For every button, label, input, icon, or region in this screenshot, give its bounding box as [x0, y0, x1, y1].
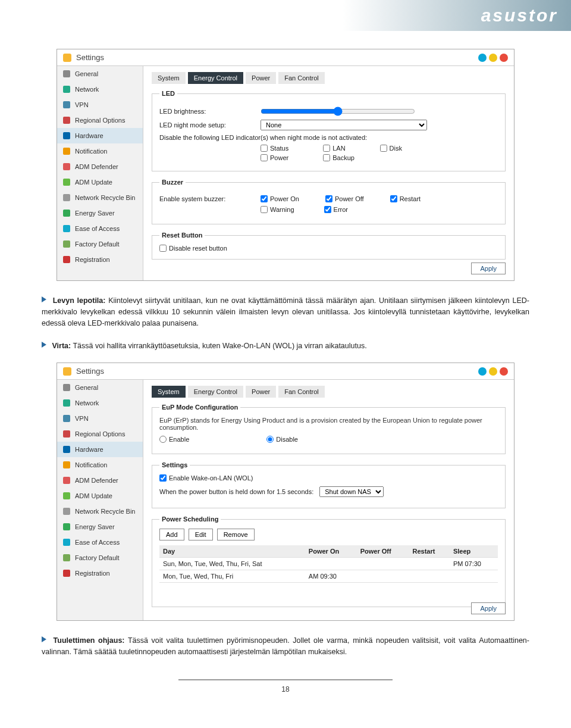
sidebar-item-notification[interactable]: Notification: [57, 143, 143, 159]
window-titlebar: Settings: [57, 49, 514, 66]
settings-icon: [63, 54, 71, 62]
bullet-arrow-icon: [42, 342, 46, 348]
radio-eup-enable[interactable]: Enable: [159, 436, 189, 443]
sidebar-item-hardware[interactable]: Hardware: [57, 442, 143, 457]
sidebar-item-update[interactable]: ADM Update: [57, 174, 143, 190]
window-title: Settings: [76, 53, 478, 62]
tab-power[interactable]: Power: [246, 72, 276, 84]
led-night-select[interactable]: None: [261, 120, 427, 130]
power-button-label: When the power button is held down for 1…: [159, 488, 313, 495]
sidebar-item-defender[interactable]: ADM Defender: [57, 473, 143, 488]
paragraph-levyn-lepotila: Levyn lepotila: Kiintolevyt siirtyvät un…: [42, 295, 529, 329]
sidebar: General Network VPN Regional Options Har…: [57, 380, 143, 620]
sidebar-item-regional[interactable]: Regional Options: [57, 426, 143, 442]
sidebar: General Network VPN Regional Options Har…: [57, 66, 143, 280]
tab-fan-control[interactable]: Fan Control: [278, 72, 324, 84]
fieldset-settings: Settings Enable Wake-on-LAN (WOL) When t…: [152, 461, 506, 508]
help-icon[interactable]: [478, 367, 487, 376]
footer-separator: [178, 679, 393, 680]
power-button-select[interactable]: Shut down NAS: [319, 486, 384, 497]
tab-system[interactable]: System: [152, 386, 186, 398]
chk-backup[interactable]: Backup: [323, 154, 354, 161]
content-energy: System Energy Control Power Fan Control …: [143, 66, 514, 280]
chk-poweron[interactable]: Power On: [261, 195, 299, 202]
apply-button[interactable]: Apply: [471, 263, 506, 274]
tab-power[interactable]: Power: [246, 386, 276, 398]
sidebar-item-update[interactable]: ADM Update: [57, 488, 143, 504]
sidebar-item-vpn[interactable]: VPN: [57, 411, 143, 426]
minimize-icon[interactable]: [489, 367, 497, 376]
fieldset-eup: EuP Mode Configuration EuP (ErP) stands …: [152, 404, 506, 454]
chk-poweroff[interactable]: Power Off: [325, 195, 364, 202]
sidebar-item-energy[interactable]: Energy Saver: [57, 519, 143, 535]
fieldset-reset: Reset Button Disable reset button: [152, 232, 506, 260]
sidebar-item-recycle[interactable]: Network Recycle Bin: [57, 504, 143, 519]
help-icon[interactable]: [478, 54, 487, 62]
led-disable-text: Disable the following LED indicator(s) w…: [159, 134, 367, 141]
sidebar-item-ease[interactable]: Ease of Access: [57, 221, 143, 236]
settings-icon: [63, 367, 71, 376]
settings-window-energy: Settings General Network VPN Regional Op…: [57, 49, 514, 281]
sidebar-item-general[interactable]: General: [57, 66, 143, 82]
window-titlebar: Settings: [57, 363, 514, 380]
fieldset-scheduling: Power Scheduling Add Edit Remove Day Pow…: [152, 515, 506, 607]
remove-button[interactable]: Remove: [217, 529, 255, 540]
eup-description: EuP (ErP) stands for Energy Using Produc…: [159, 417, 498, 431]
radio-eup-disable[interactable]: Disable: [266, 436, 298, 443]
minimize-icon[interactable]: [489, 54, 497, 62]
table-row[interactable]: Sun, Mon, Tue, Wed, Thu, Fri, Sat PM 07:…: [159, 558, 498, 570]
sidebar-item-general[interactable]: General: [57, 380, 143, 395]
chk-lan[interactable]: LAN: [323, 145, 345, 152]
chk-restart[interactable]: Restart: [390, 195, 421, 202]
led-night-label: LED night mode setup:: [159, 121, 255, 129]
led-brightness-label: LED brightness:: [159, 108, 255, 115]
sidebar-item-registration[interactable]: Registration: [57, 565, 143, 581]
chk-disable-reset[interactable]: Disable reset button: [159, 245, 498, 252]
chk-status[interactable]: Status: [261, 145, 288, 152]
apply-button[interactable]: Apply: [471, 602, 506, 614]
chk-wol[interactable]: Enable Wake-on-LAN (WOL): [159, 474, 498, 482]
fieldset-buzzer: Buzzer Enable system buzzer: Power On Po…: [152, 179, 506, 224]
sidebar-item-regional[interactable]: Regional Options: [57, 113, 143, 128]
buzzer-label: Enable system buzzer:: [159, 195, 255, 202]
content-power: System Energy Control Power Fan Control …: [143, 380, 514, 620]
chk-power[interactable]: Power: [261, 154, 288, 161]
close-icon[interactable]: [500, 54, 508, 62]
tab-system[interactable]: System: [152, 72, 186, 84]
schedule-table: Day Power On Power Off Restart Sleep Sun…: [159, 545, 498, 583]
sidebar-item-recycle[interactable]: Network Recycle Bin: [57, 190, 143, 205]
sidebar-item-energy[interactable]: Energy Saver: [57, 205, 143, 221]
tab-energy-control[interactable]: Energy Control: [188, 72, 243, 84]
chk-error[interactable]: Error: [324, 206, 348, 213]
close-icon[interactable]: [500, 367, 508, 376]
bullet-arrow-icon: [42, 636, 46, 642]
add-button[interactable]: Add: [159, 529, 184, 540]
table-row[interactable]: Mon, Tue, Wed, Thu, Fri AM 09:30: [159, 570, 498, 583]
sidebar-item-network[interactable]: Network: [57, 82, 143, 97]
sidebar-item-vpn[interactable]: VPN: [57, 97, 143, 113]
sidebar-item-registration[interactable]: Registration: [57, 252, 143, 267]
tab-energy-control[interactable]: Energy Control: [188, 386, 243, 398]
page-header: asustor: [0, 0, 571, 31]
chk-warning[interactable]: Warning: [261, 206, 294, 213]
chk-disk[interactable]: Disk: [380, 145, 402, 152]
edit-button[interactable]: Edit: [189, 529, 213, 540]
sidebar-item-notification[interactable]: Notification: [57, 457, 143, 473]
sidebar-item-ease[interactable]: Ease of Access: [57, 535, 143, 550]
sidebar-item-hardware[interactable]: Hardware: [57, 128, 143, 143]
fieldset-led: LED LED brightness: LED night mode setup…: [152, 90, 506, 171]
settings-window-power: Settings General Network VPN Regional Op…: [57, 363, 514, 621]
paragraph-tuuletin: Tuulettimen ohjaus: Tässä voit valita tu…: [42, 635, 529, 658]
led-brightness-slider[interactable]: [261, 107, 415, 116]
tab-fan-control[interactable]: Fan Control: [278, 386, 324, 398]
sidebar-item-defender[interactable]: ADM Defender: [57, 159, 143, 174]
sidebar-item-factory[interactable]: Factory Default: [57, 550, 143, 565]
bullet-arrow-icon: [42, 296, 46, 302]
sidebar-item-factory[interactable]: Factory Default: [57, 236, 143, 252]
page-number: 18: [42, 685, 529, 693]
sidebar-item-network[interactable]: Network: [57, 395, 143, 411]
paragraph-virta: Virta: Tässä voi hallita virrankäyttöase…: [42, 340, 529, 352]
window-title: Settings: [76, 367, 478, 376]
brand-logo: asustor: [481, 5, 558, 26]
